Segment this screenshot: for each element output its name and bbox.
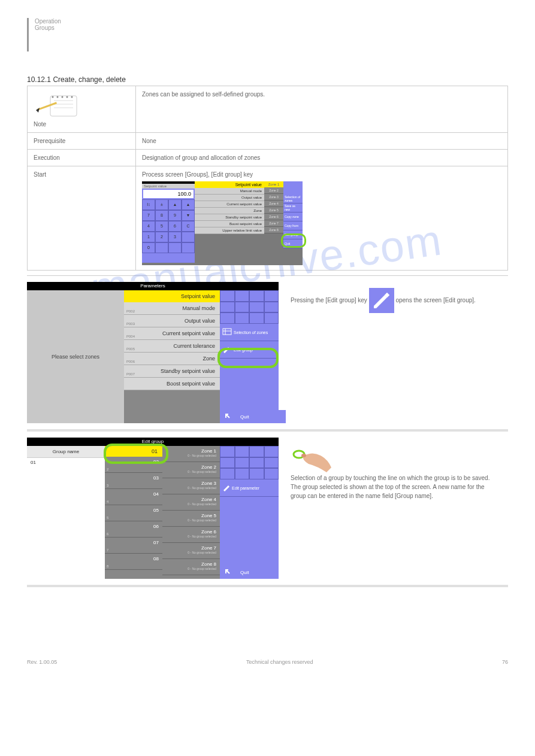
step2-text1: Pressing the [Edit group] key <box>291 297 367 303</box>
footer-center: Technical changes reserved <box>246 659 313 665</box>
param-row[interactable]: Current setpoint valueP004 <box>124 327 220 340</box>
zone-grid[interactable] <box>220 290 279 324</box>
keypad-key[interactable]: 0 <box>142 242 155 253</box>
param-row[interactable]: Upper relative limit value <box>195 227 264 234</box>
keypad-key[interactable] <box>182 232 195 242</box>
footer-rev: Rev. 1.00.05 <box>27 659 57 665</box>
keypad-key[interactable] <box>168 242 182 253</box>
keypad-key[interactable]: C <box>182 221 195 232</box>
param-row[interactable]: Output valueP003 <box>124 315 220 327</box>
zone-row[interactable]: Zone 30 - No group selected <box>162 478 220 494</box>
keypad-key[interactable]: 6 <box>168 221 182 232</box>
zone-select-area[interactable]: Please select zones <box>27 290 124 423</box>
svg-point-8 <box>71 96 73 98</box>
zone-grid[interactable] <box>283 181 303 195</box>
side-button[interactable]: Copy from <box>283 221 303 230</box>
svg-point-16 <box>301 454 306 457</box>
zone-row[interactable]: Zone 1 <box>264 181 283 187</box>
keypad-key[interactable]: ▲ <box>182 199 195 210</box>
header-line1: Operation <box>35 18 61 25</box>
side-button[interactable]: Selection of zones <box>283 195 303 204</box>
zone-row[interactable]: Zone 50 - No group selected <box>162 511 220 527</box>
section-title: 10.12.1 Create, change, delete <box>27 75 508 84</box>
param-row[interactable]: Standby setpoint value <box>195 214 264 221</box>
selection-zones-button[interactable]: Selection of zones <box>220 324 279 341</box>
group-row[interactable]: 606 <box>105 521 162 538</box>
start-text: Process screen [Groups], [Edit group] ke… <box>142 171 501 178</box>
keypad-key[interactable]: 3 <box>168 232 182 242</box>
zone-row[interactable]: Zone 8 <box>264 227 283 233</box>
screenshot-parameters-large: Parameters Please select zones Setpoint … <box>27 282 279 423</box>
zone-grid[interactable] <box>220 446 279 479</box>
keypad-key[interactable]: 9 <box>168 210 182 221</box>
keypad-key[interactable]: 1 <box>142 232 155 242</box>
keypad-key[interactable]: 4 <box>142 221 155 232</box>
zone-row[interactable]: Zone 70 - No group selected <box>162 543 220 559</box>
keypad-key[interactable]: ± <box>155 199 168 210</box>
header-bar <box>27 18 29 51</box>
zone-row[interactable]: Zone 20 - No group selected <box>162 462 220 478</box>
edit-parameter-button[interactable]: Edit parameter <box>220 479 279 497</box>
side-button[interactable]: Save as new <box>283 204 303 212</box>
zone-row[interactable]: Zone 7 <box>264 220 283 227</box>
group-row[interactable]: 404 <box>105 489 162 505</box>
zone-row[interactable]: Zone 3 <box>264 194 283 201</box>
svg-rect-0 <box>50 96 77 116</box>
param-row[interactable]: Setpoint valueP001 <box>124 290 220 302</box>
highlight-circle <box>217 348 279 368</box>
svg-point-5 <box>57 96 59 98</box>
zone-row[interactable]: Zone 2 <box>264 187 283 194</box>
zone-row[interactable]: Zone 40 - No group selected <box>162 494 220 511</box>
note-label: Note <box>34 121 129 127</box>
step2-text2: opens the screen [Edit group]. <box>395 297 475 303</box>
screenshot-edit-group: Edit group Group name 01 01 202303404505… <box>27 438 279 579</box>
group-row[interactable]: 707 <box>105 538 162 554</box>
info-table: Note Zones can be assigned to self-defin… <box>27 86 508 271</box>
param-row[interactable]: ZoneP006 <box>124 353 220 365</box>
zone-row[interactable]: Zone 6 <box>264 214 283 220</box>
keypad[interactable]: Setpoint value 100.0 I↕±▲▲789▼456C1230 <box>142 184 195 263</box>
keypad-key[interactable] <box>182 242 195 253</box>
prereq-text: None <box>136 133 508 150</box>
exec-label: Execution <box>28 150 136 166</box>
quit-button[interactable]: Quit <box>220 566 279 579</box>
keypad-key[interactable]: 2 <box>155 232 168 242</box>
quit-button[interactable]: Quit <box>220 410 286 423</box>
param-row[interactable]: Boost setpoint value <box>124 378 220 390</box>
note-text: Zones can be assigned to self-defined gr… <box>136 86 508 133</box>
header-line2: Groups <box>35 25 61 31</box>
param-row[interactable]: Standby setpoint valueP007 <box>124 365 220 378</box>
param-row[interactable]: Current setpoint value <box>195 201 264 208</box>
group-name-header[interactable]: Group name <box>27 446 105 458</box>
param-row[interactable]: Boost setpoint value <box>195 221 264 227</box>
keypad-display: 100.0 <box>143 190 194 198</box>
param-row[interactable]: Zone <box>195 208 264 214</box>
step3-text: Selection of a group by touching the lin… <box>291 473 496 500</box>
keypad-key[interactable]: 8 <box>155 210 168 221</box>
side-button[interactable]: Copy zone <box>283 212 303 221</box>
svg-point-7 <box>67 96 68 98</box>
keypad-key[interactable]: 5 <box>155 221 168 232</box>
param-row[interactable]: Manual mode <box>195 188 264 195</box>
group-row[interactable]: 505 <box>105 505 162 521</box>
param-row[interactable]: Manual modeP002 <box>124 302 220 315</box>
keypad-key[interactable]: ▼ <box>182 210 195 221</box>
keypad-key[interactable]: ▲ <box>168 199 182 210</box>
page-footer: Rev. 1.00.05 Technical changes reserved … <box>27 659 508 665</box>
prereq-label: Prerequisite <box>28 133 136 150</box>
zone-row[interactable]: Zone 4 <box>264 201 283 207</box>
zone-row[interactable]: Zone 10 - No group selected <box>162 446 220 462</box>
param-row[interactable]: Current toleranceP005 <box>124 340 220 353</box>
keypad-key[interactable]: 7 <box>142 210 155 221</box>
zone-row[interactable]: Zone 5 <box>264 207 283 214</box>
keypad-key[interactable] <box>155 242 168 253</box>
screenshot-parameters-small: Setpoint value 100.0 I↕±▲▲789▼456C1230 S… <box>142 181 303 265</box>
keypad-key[interactable]: I↕ <box>142 199 155 210</box>
zone-row[interactable]: Zone 60 - No group selected <box>162 527 220 543</box>
zone-row[interactable]: Zone 80 - No group selected <box>162 559 220 575</box>
param-row[interactable]: Output value <box>195 195 264 201</box>
group-row[interactable]: 808 <box>105 554 162 570</box>
footer-page: 76 <box>502 659 508 665</box>
exec-text: Designation of group and allocation of z… <box>136 150 508 166</box>
group-row[interactable]: 303 <box>105 473 162 489</box>
